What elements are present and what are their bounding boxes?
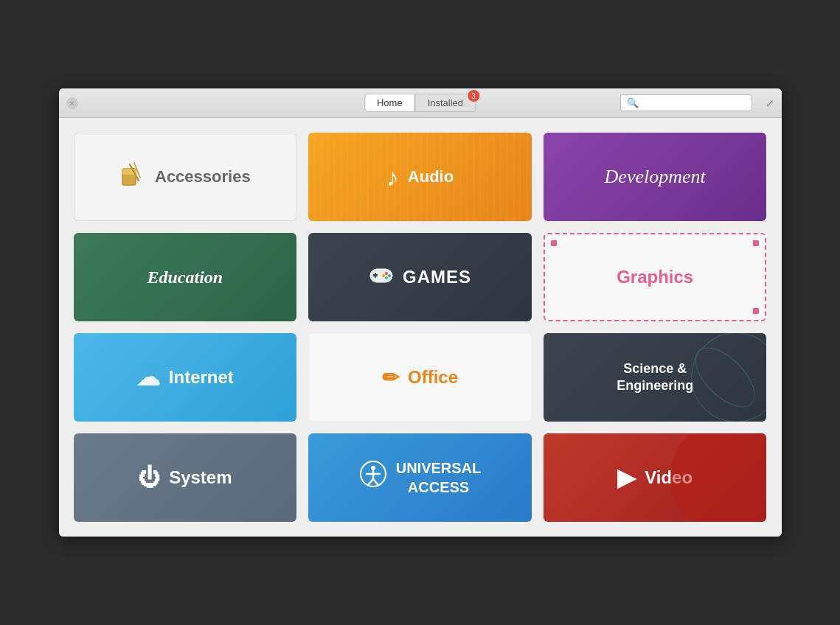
tile-office[interactable]: ✏ Office (308, 333, 532, 422)
svg-point-9 (388, 274, 391, 277)
titlebar: × Home Installed 3 🔍 ⤢ (59, 88, 782, 118)
tile-games-label: GAMES (369, 265, 471, 290)
audio-icon: ♪ (386, 163, 399, 192)
system-text: System (169, 467, 232, 488)
tile-science-label: Science &Engineering (617, 360, 693, 395)
tile-accessories-label: Accessories (119, 161, 251, 193)
education-text: Education (147, 268, 223, 287)
svg-point-13 (371, 466, 375, 470)
games-text: GAMES (403, 267, 471, 287)
accessories-icon (119, 161, 146, 193)
tile-universal[interactable]: UNIVERSALACCESS (308, 433, 532, 522)
close-icon: × (69, 99, 74, 108)
universal-icon (359, 460, 387, 496)
main-window: × Home Installed 3 🔍 ⤢ (59, 88, 782, 537)
search-input[interactable] (642, 97, 746, 108)
close-button[interactable]: × (66, 97, 78, 109)
corner-tr (753, 240, 759, 246)
tile-development[interactable]: Development (544, 133, 767, 221)
audio-text: Audio (408, 167, 454, 186)
tile-universal-label: UNIVERSALACCESS (359, 458, 482, 497)
category-grid: Accessories ♪ Audio Development Educatio (74, 133, 767, 522)
svg-point-8 (385, 272, 388, 275)
tile-system-label: ⏻ System (138, 465, 232, 490)
universal-text: UNIVERSALACCESS (396, 458, 482, 497)
tile-graphics[interactable]: Graphics (544, 233, 767, 321)
tile-audio[interactable]: ♪ Audio (308, 133, 532, 221)
tile-office-label: ✏ Office (382, 366, 458, 390)
internet-icon: ☁ (136, 363, 160, 391)
science-text: Science &Engineering (617, 360, 693, 395)
search-icon: 🔍 (627, 97, 639, 108)
svg-line-17 (373, 479, 378, 484)
svg-point-11 (382, 274, 385, 277)
tile-development-label: Development (605, 166, 706, 188)
tile-education[interactable]: Education (74, 233, 297, 321)
tile-system[interactable]: ⏻ System (74, 433, 297, 522)
svg-point-10 (385, 276, 388, 279)
tile-internet[interactable]: ☁ Internet (74, 333, 297, 422)
accessories-text: Accessories (155, 167, 251, 186)
tile-accessories[interactable]: Accessories (74, 133, 297, 221)
tab-installed[interactable]: Installed 3 (415, 94, 476, 112)
tab-home[interactable]: Home (364, 94, 415, 112)
search-bar: 🔍 (620, 94, 752, 111)
graphics-text: Graphics (617, 267, 693, 287)
development-text: Development (605, 166, 706, 188)
tab-bar: Home Installed 3 (364, 94, 476, 112)
games-icon (369, 265, 394, 290)
tile-video-label: ▶ Video (617, 464, 693, 492)
corner-br (753, 308, 759, 314)
system-icon: ⏻ (138, 465, 160, 490)
tile-audio-label: ♪ Audio (386, 163, 454, 192)
video-icon: ▶ (617, 464, 636, 492)
corner-tl (551, 240, 557, 246)
tile-internet-label: ☁ Internet (136, 363, 234, 391)
tile-science[interactable]: Science &Engineering (544, 333, 767, 422)
office-text: Office (408, 367, 458, 388)
content-area: Accessories ♪ Audio Development Educatio (59, 118, 782, 537)
svg-rect-7 (375, 273, 376, 278)
office-icon: ✏ (382, 366, 399, 390)
tile-graphics-label: Graphics (617, 267, 693, 287)
video-text: Video (645, 467, 693, 488)
expand-button[interactable]: ⤢ (766, 97, 774, 109)
tile-video[interactable]: ▶ Video (544, 433, 767, 522)
svg-line-16 (369, 479, 373, 484)
internet-text: Internet (169, 367, 234, 388)
tile-education-label: Education (147, 268, 223, 287)
tile-games[interactable]: GAMES (308, 233, 532, 321)
installed-badge: 3 (468, 90, 479, 102)
